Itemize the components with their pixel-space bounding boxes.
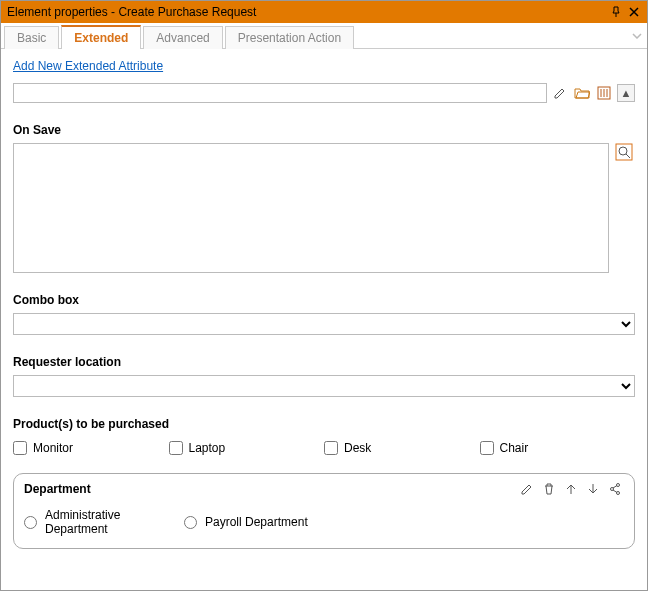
tab-extended[interactable]: Extended — [61, 25, 141, 49]
department-header: Department — [24, 480, 624, 498]
share-icon[interactable] — [606, 480, 624, 498]
radio-admin[interactable]: Administrative Department — [24, 508, 184, 536]
check-desk-input[interactable] — [324, 441, 338, 455]
radio-admin-label: Administrative Department — [45, 508, 145, 536]
check-chair-label: Chair — [500, 441, 529, 455]
tabs: Basic Extended Advanced Presentation Act… — [1, 23, 647, 49]
check-monitor-label: Monitor — [33, 441, 73, 455]
check-monitor-input[interactable] — [13, 441, 27, 455]
expression-input[interactable] — [13, 83, 547, 103]
radio-admin-input[interactable] — [24, 516, 37, 529]
radio-payroll[interactable]: Payroll Department — [184, 508, 308, 536]
tab-basic[interactable]: Basic — [4, 26, 59, 49]
combo-box-select[interactable] — [13, 313, 635, 335]
close-icon[interactable] — [625, 3, 643, 21]
edit-icon[interactable] — [551, 84, 569, 102]
check-monitor[interactable]: Monitor — [13, 441, 169, 455]
radio-payroll-label: Payroll Department — [205, 515, 308, 529]
expression-row: ▲ — [13, 83, 635, 103]
tabs-overflow[interactable] — [627, 23, 647, 48]
tab-presentation[interactable]: Presentation Action — [225, 26, 354, 49]
requester-location-select[interactable] — [13, 375, 635, 397]
tab-advanced[interactable]: Advanced — [143, 26, 222, 49]
content: Add New Extended Attribute ▲ On Save Com… — [1, 49, 647, 590]
add-attribute-link[interactable]: Add New Extended Attribute — [13, 59, 163, 73]
check-laptop[interactable]: Laptop — [169, 441, 325, 455]
radio-payroll-input[interactable] — [184, 516, 197, 529]
label-combo: Combo box — [13, 293, 635, 307]
titlebar: Element properties - Create Purchase Req… — [1, 1, 647, 23]
label-on-save: On Save — [13, 123, 635, 137]
scroll-up-icon[interactable]: ▲ — [617, 84, 635, 102]
window-title: Element properties - Create Purchase Req… — [7, 5, 607, 19]
pencil-icon[interactable] — [518, 480, 536, 498]
folder-open-icon[interactable] — [573, 84, 591, 102]
department-radios: Administrative Department Payroll Depart… — [24, 508, 624, 536]
department-toolbar — [518, 480, 624, 498]
check-desk-label: Desk — [344, 441, 371, 455]
check-desk[interactable]: Desk — [324, 441, 480, 455]
products-checks: Monitor Laptop Desk Chair — [13, 441, 635, 455]
panel-root: Element properties - Create Purchase Req… — [0, 0, 648, 591]
check-laptop-label: Laptop — [189, 441, 226, 455]
move-up-icon[interactable] — [562, 480, 580, 498]
label-products: Product(s) to be purchased — [13, 417, 635, 431]
on-save-textarea[interactable] — [13, 143, 609, 273]
zoom-icon[interactable] — [615, 143, 635, 163]
check-chair-input[interactable] — [480, 441, 494, 455]
trash-icon[interactable] — [540, 480, 558, 498]
svg-point-2 — [619, 147, 627, 155]
label-requester: Requester location — [13, 355, 635, 369]
check-chair[interactable]: Chair — [480, 441, 636, 455]
pin-icon[interactable] — [607, 3, 625, 21]
check-laptop-input[interactable] — [169, 441, 183, 455]
department-card: Department — [13, 473, 635, 549]
dictionary-icon[interactable] — [595, 84, 613, 102]
move-down-icon[interactable] — [584, 480, 602, 498]
label-department: Department — [24, 482, 518, 496]
